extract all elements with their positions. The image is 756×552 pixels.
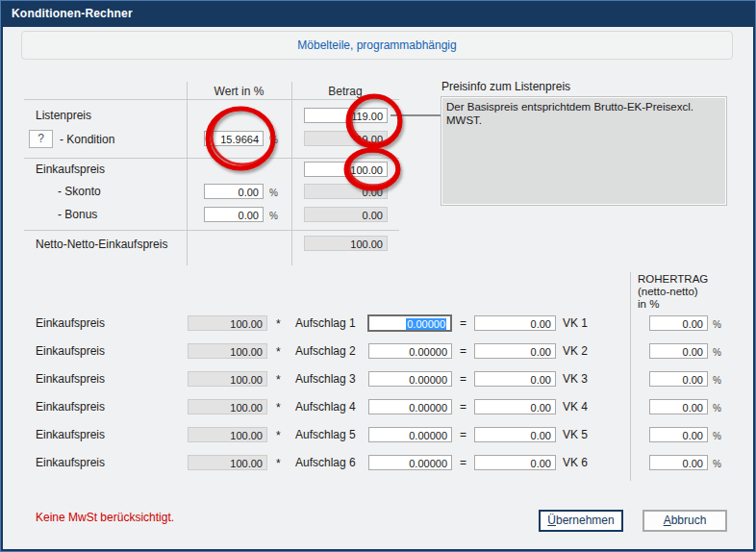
column-header-percent: Wert in % bbox=[187, 85, 291, 98]
bonus-amount-field: 0.00 bbox=[304, 207, 388, 222]
equals-sign: = bbox=[460, 456, 466, 469]
selected-text: 0.00000 bbox=[406, 318, 446, 330]
calc-base-field: 100.00 bbox=[188, 315, 267, 331]
abbruch-label: bbruch bbox=[671, 514, 707, 527]
kondition-percent-sign: % bbox=[269, 135, 278, 145]
bonus-percent-field[interactable]: 0.00 bbox=[204, 207, 264, 222]
aufschlag-label: Aufschlag 3 bbox=[295, 372, 356, 386]
multiply-sign: * bbox=[276, 373, 281, 387]
aufschlag-label: Aufschlag 5 bbox=[295, 428, 356, 441]
vk-result-field[interactable]: 0.00 bbox=[474, 371, 556, 387]
listenpreis-amount-field[interactable]: 119.00 bbox=[304, 108, 388, 123]
rohertrag-field[interactable]: 0.00 bbox=[649, 427, 708, 442]
aufschlag-input[interactable]: 0.00000 bbox=[368, 371, 452, 387]
abbruch-mnemonic: A bbox=[664, 514, 671, 527]
aufschlag-label: Aufschlag 4 bbox=[295, 400, 356, 414]
bonus-label: - Bonus bbox=[58, 208, 97, 221]
skonto-amount-field: 0.00 bbox=[304, 184, 388, 199]
skonto-percent-sign: % bbox=[269, 188, 278, 198]
aufschlag-label: Aufschlag 6 bbox=[295, 456, 356, 469]
kondition-amount-field: 19.00 bbox=[304, 131, 388, 146]
aufschlag-input[interactable]: 0.00000 bbox=[368, 427, 452, 442]
table-gridline-horizontal-2 bbox=[24, 158, 399, 159]
rohertrag-field[interactable]: 0.00 bbox=[649, 455, 708, 470]
preisinfo-label: Preisinfo zum Listenpreis bbox=[441, 80, 570, 93]
vk-label: VK 3 bbox=[563, 372, 588, 386]
table-gridline-vertical-2 bbox=[291, 82, 292, 265]
vk-label: VK 6 bbox=[563, 456, 588, 469]
mwst-notice: Keine MwSt berücksichtigt. bbox=[36, 511, 174, 524]
rohertrag-field[interactable]: 0.00 bbox=[649, 343, 708, 359]
calc-base-field: 100.00 bbox=[188, 399, 267, 414]
calc-base-field: 100.00 bbox=[188, 427, 267, 442]
netto-netto-label: Netto-Netto-Einkaufspreis bbox=[36, 238, 167, 251]
table-gridline-horizontal-3 bbox=[24, 230, 399, 231]
calc-row-label: Einkaufspreis bbox=[36, 428, 105, 441]
calc-row-label: Einkaufspreis bbox=[36, 344, 105, 358]
rohertrag-percent-sign: % bbox=[713, 319, 721, 330]
aufschlag-label: Aufschlag 2 bbox=[295, 344, 356, 358]
rohertrag-header-line1: ROHERTRAG bbox=[638, 273, 708, 285]
calc-row-label: Einkaufspreis bbox=[36, 316, 105, 330]
table-gridline-vertical-1 bbox=[187, 82, 188, 265]
equals-sign: = bbox=[460, 400, 466, 414]
rohertrag-field[interactable]: 0.00 bbox=[649, 315, 708, 331]
vk-result-field[interactable]: 0.00 bbox=[474, 343, 556, 359]
vk-label: VK 5 bbox=[563, 428, 588, 441]
skonto-label: - Skonto bbox=[58, 185, 101, 198]
multiply-sign: * bbox=[276, 401, 281, 414]
calc-base-field: 100.00 bbox=[188, 343, 267, 359]
kondition-label: - Kondition bbox=[60, 133, 114, 146]
rohertrag-percent-sign: % bbox=[713, 459, 721, 469]
multiply-sign: * bbox=[276, 457, 281, 470]
aufschlag-input[interactable]: 0.00000 bbox=[368, 343, 452, 359]
rohertrag-percent-sign: % bbox=[713, 403, 721, 414]
uebernehmen-label: bernehmen bbox=[556, 514, 615, 527]
calc-base-field: 100.00 bbox=[188, 455, 267, 470]
rohertrag-header-line3: in % bbox=[638, 298, 659, 310]
rohertrag-field[interactable]: 0.00 bbox=[649, 399, 708, 414]
rohertrag-header-line2: (netto-netto) bbox=[638, 286, 698, 297]
netto-netto-amount-field: 100.00 bbox=[304, 236, 388, 251]
multiply-sign: * bbox=[276, 317, 281, 331]
aufschlag-input[interactable]: 0.00000 bbox=[368, 455, 452, 470]
uebernehmen-button[interactable]: Übernehmen bbox=[539, 510, 623, 532]
dialog-window: Konditionen-Rechner Möbelteile, programm… bbox=[0, 0, 756, 552]
program-banner: Möbelteile, programmabhängig bbox=[21, 31, 733, 60]
bonus-percent-sign: % bbox=[269, 211, 278, 221]
calc-row-label: Einkaufspreis bbox=[36, 400, 105, 414]
aufschlag-label: Aufschlag 1 bbox=[295, 316, 356, 330]
kondition-help-button[interactable]: ? bbox=[29, 130, 53, 148]
vk-result-field[interactable]: 0.00 bbox=[474, 427, 556, 442]
equals-sign: = bbox=[460, 428, 466, 441]
rohertrag-field[interactable]: 0.00 bbox=[649, 371, 708, 387]
abbruch-button[interactable]: Abbruch bbox=[643, 510, 727, 532]
equals-sign: = bbox=[460, 372, 466, 386]
column-header-amount: Betrag bbox=[291, 85, 399, 98]
rohertrag-divider-line bbox=[630, 272, 631, 481]
annotation-connector-line bbox=[391, 114, 441, 116]
vk-result-field[interactable]: 0.00 bbox=[474, 399, 556, 414]
vk-label: VK 1 bbox=[563, 316, 588, 330]
equals-sign: = bbox=[460, 344, 466, 358]
vk-label: VK 2 bbox=[563, 344, 588, 358]
multiply-sign: * bbox=[276, 429, 281, 442]
preisinfo-textbox: Der Basispreis entsprichtdem Brutto-EK-P… bbox=[441, 96, 727, 206]
rohertrag-percent-sign: % bbox=[713, 375, 721, 386]
rohertrag-percent-sign: % bbox=[713, 347, 721, 358]
einkaufspreis-label: Einkaufspreis bbox=[36, 163, 105, 176]
vk-result-field[interactable]: 0.00 bbox=[474, 455, 556, 470]
aufschlag-input[interactable]: 0.00000 bbox=[367, 314, 452, 332]
calc-base-field: 100.00 bbox=[188, 371, 267, 387]
vk-result-field[interactable]: 0.00 bbox=[474, 315, 556, 331]
table-gridline-horizontal-1 bbox=[24, 99, 399, 100]
calc-row-label: Einkaufspreis bbox=[36, 372, 105, 386]
vk-label: VK 4 bbox=[563, 400, 588, 414]
einkaufspreis-amount-field[interactable]: 100.00 bbox=[304, 162, 388, 177]
kondition-percent-field[interactable]: 15.9664 bbox=[204, 131, 264, 146]
equals-sign: = bbox=[460, 316, 466, 330]
calc-row-label: Einkaufspreis bbox=[36, 456, 105, 469]
uebernehmen-mnemonic: Ü bbox=[547, 514, 556, 527]
aufschlag-input[interactable]: 0.00000 bbox=[368, 399, 452, 414]
skonto-percent-field[interactable]: 0.00 bbox=[204, 184, 264, 199]
